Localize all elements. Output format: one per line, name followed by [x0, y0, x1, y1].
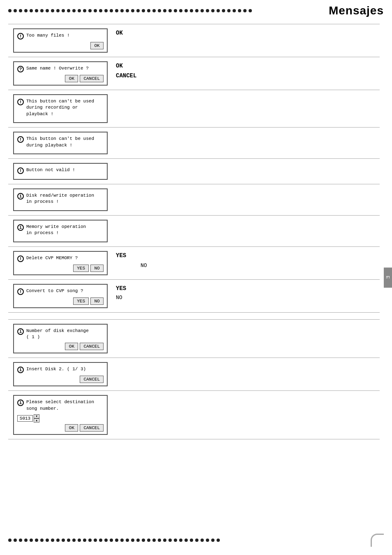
- footer-dot: [46, 539, 49, 542]
- msg-row-too-many-files: !Too many files !OKOK: [8, 24, 380, 57]
- dialog-btn-ok-please-select-destination[interactable]: OK: [65, 424, 78, 432]
- messages-table: !Too many files !OKOK?Same name ! Overwr…: [8, 24, 380, 313]
- spinner-up-please-select-destination[interactable]: ▲: [34, 418, 39, 423]
- footer-dot: [168, 539, 172, 542]
- msg-dialog-cell-number-of-disk-exchange: iNumber of disk exchange( 1 )OKCANCEL: [8, 319, 111, 358]
- dialog-btn-ok-same-name-overwrite[interactable]: OK: [65, 75, 78, 82]
- footer-dot: [14, 539, 17, 542]
- header-dot: [120, 9, 124, 12]
- dialog-buttons-insert-disk-2: CANCEL: [17, 376, 104, 383]
- footer-dot: [78, 539, 81, 542]
- desc-line-too-many-files-0: OK: [116, 28, 375, 38]
- msg-row-disk-read-write: iDisk read/write operationin process !: [8, 184, 380, 215]
- dialog-text-memory-write: Memory write operationin process !: [26, 224, 86, 237]
- msg-dialog-cell-button-cant-used-playback: !This button can't be usedduring playbac…: [8, 128, 111, 159]
- footer-dot: [131, 539, 134, 542]
- footer-dot: [72, 539, 76, 542]
- msg-row-button-not-valid: !Button not valid !: [8, 158, 380, 184]
- header-dot: [147, 9, 150, 12]
- dialog-box-insert-disk-2: iInsert Disk 2. ( 1/ 3)CANCEL: [13, 362, 108, 386]
- header-dot: [168, 9, 172, 12]
- msg-row-button-cant-used-recording: !This button can't be usedduring recordi…: [8, 90, 380, 128]
- desc-cell-number-of-disk-exchange: [111, 319, 380, 358]
- footer-dot: [62, 539, 65, 542]
- spinner-arrows-please-select-destination: ▼▲: [34, 414, 39, 423]
- spinner-input-please-select-destination[interactable]: S013: [17, 415, 33, 422]
- desc-cell-button-cant-used-playback: [111, 128, 380, 159]
- header-dot: [227, 9, 231, 12]
- desc-line-same-name-overwrite-1: CANCEL: [116, 71, 375, 81]
- desc-cell-insert-disk-2: [111, 358, 380, 391]
- header-dot: [94, 9, 97, 12]
- dialog-btn-cancel-number-of-disk-exchange[interactable]: CANCEL: [80, 343, 104, 350]
- desc-line-same-name-overwrite-0: OK: [116, 61, 375, 71]
- dialog-header-insert-disk-2: iInsert Disk 2. ( 1/ 3): [17, 366, 104, 373]
- dialog-btn-yes-convert-to-cvp-song[interactable]: YES: [73, 297, 89, 305]
- dialog-btn-cancel-please-select-destination[interactable]: CANCEL: [80, 424, 104, 432]
- page-header: Mensajes: [0, 0, 392, 20]
- footer-dot: [88, 539, 92, 542]
- dialog-header-please-select-destination: iPlease select destinationsong number.: [17, 399, 104, 412]
- dialog-box-too-many-files: !Too many files !OK: [13, 28, 108, 53]
- footer-dot: [158, 539, 161, 542]
- dialog-box-number-of-disk-exchange: iNumber of disk exchange( 1 )OKCANCEL: [13, 324, 108, 354]
- header-dot: [217, 9, 220, 12]
- dialog-box-button-cant-used-recording: !This button can't be usedduring recordi…: [13, 94, 108, 123]
- dialog-btn-cancel-same-name-overwrite[interactable]: CANCEL: [80, 75, 104, 82]
- dialog-icon-please-select-destination: i: [17, 399, 24, 406]
- desc-cell-convert-to-cvp-song: YESNO: [111, 279, 380, 312]
- msg-row-please-select-destination: iPlease select destinationsong number.S0…: [8, 391, 380, 439]
- header-dot: [14, 9, 17, 12]
- footer-dot: [56, 539, 60, 542]
- footer-dot: [8, 539, 12, 542]
- header-dot: [158, 9, 161, 12]
- dialog-header-button-cant-used-recording: !This button can't be usedduring recordi…: [17, 98, 104, 117]
- dialog-btn-no-delete-cvp-memory[interactable]: NO: [90, 265, 104, 272]
- dialog-box-please-select-destination: iPlease select destinationsong number.S0…: [13, 395, 108, 435]
- header-dot: [211, 9, 214, 12]
- header-dot: [99, 9, 102, 12]
- header-dot: [201, 9, 204, 12]
- header-dot: [195, 9, 198, 12]
- dialog-header-button-cant-used-playback: !This button can't be usedduring playbac…: [17, 136, 104, 149]
- header-dot: [8, 9, 12, 12]
- dialog-btn-ok-number-of-disk-exchange[interactable]: OK: [65, 343, 78, 350]
- dialog-btn-no-convert-to-cvp-song[interactable]: NO: [90, 297, 104, 305]
- dialog-icon-button-not-valid: !: [17, 167, 24, 174]
- dialog-btn-ok-too-many-files[interactable]: OK: [90, 42, 104, 49]
- spinner-down-please-select-destination[interactable]: ▼: [34, 414, 39, 418]
- dialog-header-delete-cvp-memory: !Delete CVP MEMORY ?: [17, 255, 104, 262]
- footer-dot: [190, 539, 193, 542]
- msg-row-button-cant-used-playback: !This button can't be usedduring playbac…: [8, 128, 380, 159]
- header-dot: [51, 9, 54, 12]
- dialog-text-too-many-files: Too many files !: [26, 33, 70, 39]
- footer-dot: [184, 539, 188, 542]
- msg-row-convert-to-cvp-song: !Convert to CVP song ?YESNOYESNO: [8, 279, 380, 312]
- header-dot: [83, 9, 86, 12]
- header-dot: [62, 9, 65, 12]
- dialog-icon-number-of-disk-exchange: i: [17, 328, 24, 335]
- dialog-btn-yes-delete-cvp-memory[interactable]: YES: [73, 265, 89, 272]
- footer-dot: [51, 539, 54, 542]
- footer-dot: [142, 539, 145, 542]
- desc-cell-memory-write: [111, 215, 380, 246]
- header-dot: [152, 9, 156, 12]
- dialog-buttons-same-name-overwrite: OKCANCEL: [17, 75, 104, 82]
- header-dot: [72, 9, 76, 12]
- msg-dialog-cell-button-cant-used-recording: !This button can't be usedduring recordi…: [8, 90, 111, 128]
- header-dot: [238, 9, 241, 12]
- desc-line-convert-to-cvp-song-1: NO: [116, 293, 375, 302]
- msg-dialog-cell-button-not-valid: !Button not valid !: [8, 158, 111, 184]
- header-dot: [184, 9, 188, 12]
- header-dot: [179, 9, 182, 12]
- desc-cell-please-select-destination: [111, 391, 380, 439]
- page-footer: [0, 534, 392, 547]
- dialog-header-too-many-files: !Too many files !: [17, 33, 104, 39]
- dialog-box-memory-write: iMemory write operationin process !: [13, 220, 108, 242]
- dialog-btn-cancel-insert-disk-2[interactable]: CANCEL: [80, 376, 104, 383]
- footer-dot: [126, 539, 129, 542]
- footer-dot: [179, 539, 182, 542]
- desc-line-convert-to-cvp-song-0: YES: [116, 284, 375, 294]
- dialog-icon-disk-read-write: i: [17, 193, 24, 200]
- header-dot: [233, 9, 236, 12]
